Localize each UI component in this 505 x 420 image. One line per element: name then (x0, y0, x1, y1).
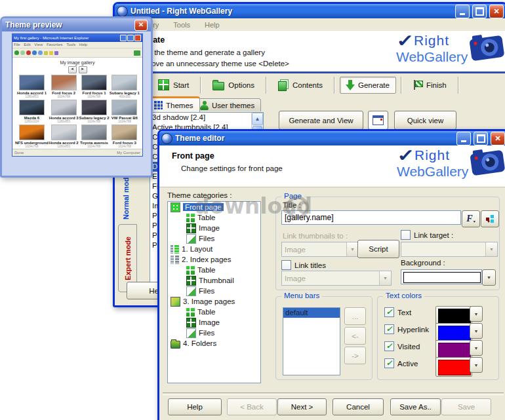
checkbox-checked[interactable]: ✓ (384, 341, 394, 351)
hyperlink-color-dropdown[interactable]: ▼ (470, 323, 483, 339)
thumb-image (19, 75, 45, 90)
thumb-image (81, 75, 107, 90)
stop-icon (26, 50, 31, 55)
gallery-title: My image gallery (12, 60, 142, 65)
link-titles-combo: Image ▼ (281, 271, 392, 286)
active-color-checkbox[interactable]: ✓ Active (384, 358, 418, 368)
generate-button[interactable]: Generate (340, 77, 396, 94)
visited-color-checkbox[interactable]: ✓ Visited (384, 341, 420, 351)
maximize-button[interactable] (472, 5, 487, 18)
active-color-swatch[interactable] (435, 357, 472, 377)
back-button: < Back (227, 398, 277, 415)
maximize-button[interactable] (474, 132, 488, 145)
active-color-dropdown[interactable]: ▼ (470, 357, 483, 373)
preview-titlebar[interactable]: Theme preview ✕ (2, 18, 151, 31)
minimize-button[interactable] (455, 5, 470, 18)
move-left-button: <- (344, 327, 366, 345)
gallery-page: My image gallery ◄ ► Honda accord 11280x… (12, 58, 142, 149)
files-icon (186, 234, 196, 244)
checkbox-unchecked[interactable] (281, 260, 291, 270)
start-button[interactable]: Start (152, 76, 195, 94)
menu-bar: ery Tools Help (115, 18, 505, 31)
thumb-image (51, 124, 77, 140)
tree-item-image-pages[interactable]: 3. Image pages (168, 296, 260, 307)
thumb-image (111, 124, 137, 140)
font-button[interactable]: F ▾ (462, 210, 480, 227)
generate-and-view-button[interactable]: Generate and View (279, 111, 363, 130)
layout-icon (171, 245, 179, 254)
menu-bars-list[interactable]: default (283, 307, 340, 375)
contents-button[interactable]: Contents (272, 76, 329, 94)
link-target-checkbox[interactable]: Link target : (401, 230, 453, 240)
tree-item-thumbnail[interactable]: Thumbnail (168, 275, 260, 286)
visited-color-dropdown[interactable]: ▼ (470, 340, 483, 356)
files-icon (186, 328, 196, 338)
checkbox-unchecked[interactable] (401, 230, 411, 240)
dropdown-icon: ▼ (346, 242, 358, 256)
cancel-button[interactable]: Cancel (333, 398, 384, 415)
gallery-thumb: Honda accord 11280x853 (15, 75, 49, 99)
check-icon: ✓ (386, 308, 392, 316)
scroll-up-icon[interactable]: ▲ (252, 113, 263, 125)
main-titlebar[interactable]: Untitled - Right WebGallery ✕ (115, 4, 505, 18)
tree-item-table[interactable]: Table (168, 307, 260, 317)
tree-item-files[interactable]: Files (168, 286, 260, 296)
save-as-button[interactable]: Save As.. (390, 398, 441, 415)
thumbnail-icon (186, 276, 196, 286)
next-button[interactable]: Next > (277, 398, 327, 415)
tree-item-index-pages[interactable]: 2. Index pages (168, 254, 260, 265)
checkbox-checked[interactable]: ✓ (384, 358, 394, 368)
quick-view-button[interactable]: Quick view (394, 111, 456, 130)
back-icon (14, 50, 19, 55)
insert-variable-button[interactable] (481, 210, 499, 227)
image-icon (186, 223, 196, 233)
hyperlink-color-checkbox[interactable]: ✓ Hyperlink (384, 324, 429, 334)
finish-button[interactable]: Finish (407, 77, 453, 93)
theme-categories-tree: Front page Table Image Files 1. Layout 2… (167, 201, 261, 383)
minimize-button[interactable] (456, 132, 471, 145)
menu-item-tools[interactable]: Tools (173, 21, 190, 29)
browser-window-button[interactable] (368, 111, 388, 130)
user-icon (200, 101, 209, 110)
background-label: Background : (401, 259, 445, 267)
close-button[interactable]: ✕ (489, 5, 504, 18)
tree-item-image[interactable]: Image (168, 317, 260, 328)
tree-item-files[interactable]: Files (168, 328, 260, 338)
check-icon: ✓ (386, 359, 392, 367)
background-dropdown-button[interactable]: ▼ (482, 269, 496, 286)
tab-user-themes[interactable]: User themes (193, 98, 261, 111)
help-button[interactable]: Help (168, 398, 222, 415)
preview-title: Theme preview (5, 20, 134, 29)
background-color-well[interactable] (401, 269, 482, 284)
thumb-image (51, 75, 77, 90)
theme-list-item[interactable]: 3d shadow [2.4] (150, 113, 263, 123)
app-icon (161, 133, 172, 144)
options-button[interactable]: Options (206, 77, 261, 94)
check-icon: ✓ (386, 342, 392, 350)
tree-item-layout[interactable]: 1. Layout (168, 244, 260, 254)
text-color-dropdown[interactable]: ▼ (470, 306, 483, 322)
script-button[interactable]: Script (357, 240, 399, 258)
nav-last-icon: ► (79, 66, 87, 73)
menu-item-help[interactable]: Help (205, 21, 220, 29)
logo-check-icon: ✓ (396, 31, 414, 51)
editor-subheading: Change settings for front page (181, 164, 283, 172)
browser-title: My first gallery - Microsoft Internet Ex… (14, 36, 119, 40)
link-titles-checkbox[interactable]: Link titles (281, 260, 326, 270)
logo-check-icon: ✓ (397, 145, 414, 166)
table-icon (186, 266, 195, 275)
tree-item-table[interactable]: Table (168, 265, 260, 275)
tree-item-image[interactable]: Image (168, 223, 260, 233)
start-icon (158, 79, 169, 90)
close-button[interactable]: ✕ (491, 132, 505, 145)
tab-themes[interactable]: Themes (148, 96, 200, 112)
checkbox-checked[interactable]: ✓ (384, 307, 394, 317)
editor-titlebar[interactable]: Theme editor ✕ (159, 131, 505, 145)
checkbox-checked[interactable]: ✓ (384, 324, 394, 334)
tree-item-files[interactable]: Files (168, 233, 260, 244)
tree-item-folders[interactable]: 4. Folders (168, 338, 260, 349)
text-color-checkbox[interactable]: ✓ Text (384, 307, 411, 317)
menu-bar-item-selected[interactable]: default (283, 308, 340, 318)
go-icon (134, 50, 140, 56)
preview-close-button[interactable]: ✕ (134, 20, 148, 31)
